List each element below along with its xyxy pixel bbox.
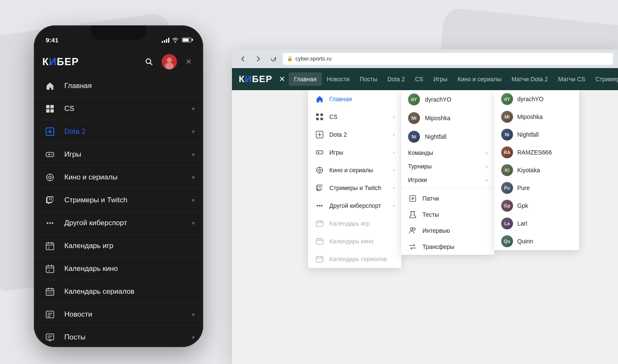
player-panel-avatar-pure: Pu xyxy=(501,182,513,194)
svg-rect-26 xyxy=(320,118,323,120)
dropdown-item-twitch[interactable]: Стримеры и Twitch › xyxy=(308,179,401,197)
player-panel-name-pure: Pure xyxy=(517,185,530,191)
browser-back-button[interactable] xyxy=(237,53,249,65)
dota2-players-link[interactable]: Игроки › xyxy=(401,173,494,187)
dota2-tournaments-link[interactable]: Турниры › xyxy=(401,160,494,173)
player-panel-item-miposhka[interactable]: Mi Miposhka xyxy=(494,108,579,126)
player-panel-avatar-quinn: Qu xyxy=(501,235,513,247)
games-arrow-icon: › xyxy=(393,149,395,155)
player-panel-avatar-nightfall: Ni xyxy=(501,129,513,141)
home-icon xyxy=(315,94,324,104)
player-panel-item-kiyotaka[interactable]: Ki Kiyotaka xyxy=(494,161,579,179)
browser-nav-home[interactable]: Главная xyxy=(289,72,321,86)
dropdown-item-series-cal[interactable]: Календарь сериалов xyxy=(308,250,401,268)
player-panel-name-miposhka: Miposhka xyxy=(517,113,543,120)
dota2-teams-link[interactable]: Команды › xyxy=(401,146,494,160)
browser-nav-news[interactable]: Новости xyxy=(322,72,355,86)
browser-mockup: 🔒 cyber.sports.ru КИБЕР ✕ Главная Новост… xyxy=(232,50,618,364)
player-panel-item-quinn[interactable]: Qu Quinn xyxy=(494,232,579,250)
test-icon xyxy=(408,210,417,219)
dropdown-label-games: Игры xyxy=(329,149,388,156)
browser-nav-posts[interactable]: Посты xyxy=(355,72,382,86)
games-icon xyxy=(315,148,324,157)
svg-rect-23 xyxy=(316,113,319,116)
phone-mockup: 9:41 xyxy=(34,25,203,347)
player-avatar-miposhka: Mi xyxy=(408,112,420,124)
browser-nav-movies[interactable]: Кино и сериалы xyxy=(452,72,507,86)
player-panel-avatar-miposhka: Mi xyxy=(501,111,513,123)
svg-point-33 xyxy=(317,205,318,207)
movie-cal-icon xyxy=(315,237,324,246)
dota2-patches-item[interactable]: Патчи xyxy=(401,190,494,207)
dota2-arrow-icon: › xyxy=(393,132,395,138)
browser-nav-items: Главная Новости Посты Dota 2 CS Игры Кин… xyxy=(289,72,618,86)
player-panel-item-gpk[interactable]: Gp Gpk xyxy=(494,197,579,215)
browser-refresh-button[interactable] xyxy=(268,53,279,65)
svg-rect-38 xyxy=(316,256,323,262)
lock-icon: 🔒 xyxy=(287,56,293,61)
phone-status-icons xyxy=(162,37,191,43)
player-panel-name-kiyotaka: Kiyotaka xyxy=(517,167,540,174)
cs-arrow-icon: › xyxy=(393,114,395,120)
svg-rect-37 xyxy=(316,239,323,244)
dropdown-item-movies[interactable]: Кино и сериалы › xyxy=(308,161,401,179)
browser-nav-dota2-matches[interactable]: Матчи Dota 2 xyxy=(507,72,553,86)
browser-nav-cs[interactable]: CS xyxy=(410,72,428,86)
browser-nav-cs-matches[interactable]: Матчи CS xyxy=(553,72,590,86)
dota2-interview-item[interactable]: Интервью xyxy=(401,223,494,239)
player-panel-item-dyrachyo[interactable]: dY dyrachYO xyxy=(494,90,579,108)
player-panel-item-larl[interactable]: La Larl xyxy=(494,215,579,232)
svg-point-29 xyxy=(320,152,321,152)
player-panel-avatar-larl: La xyxy=(501,218,513,229)
player-name-miposhka: Miposhka xyxy=(425,115,450,121)
twitch-arrow-icon: › xyxy=(393,185,395,191)
other-arrow-icon: › xyxy=(393,203,395,209)
interview-icon xyxy=(408,226,417,235)
battery-icon xyxy=(182,38,191,42)
svg-point-35 xyxy=(321,205,323,207)
player-panel-item-nightfall[interactable]: Ni Nightfall xyxy=(494,126,579,143)
dota2-tests-item[interactable]: Тесты xyxy=(401,207,494,223)
dota2-submenu: dY dyrachYO Mi Miposhka Ni Nightfall Ком… xyxy=(401,90,494,255)
player-panel-item-pure[interactable]: Pu Pure xyxy=(494,179,579,197)
browser-address-bar[interactable]: 🔒 cyber.sports.ru xyxy=(283,53,613,65)
dropdown-item-dota2[interactable]: Dota 2 › xyxy=(308,126,401,143)
dropdown-item-games[interactable]: Игры › xyxy=(308,143,401,161)
dropdown-item-cs[interactable]: CS › xyxy=(308,108,401,126)
player-name-dyrachyo: dyrachYO xyxy=(425,96,451,103)
browser-nav-games[interactable]: Игры xyxy=(428,72,452,86)
dropdown-item-home[interactable]: Главная xyxy=(308,90,401,108)
dota2-player-nightfall[interactable]: Ni Nightfall xyxy=(401,127,494,146)
dropdown-item-game-cal[interactable]: Календарь игр xyxy=(308,215,401,232)
dota-icon xyxy=(315,130,324,139)
browser-content: Главная CS › xyxy=(232,90,618,364)
dropdown-label-movies: Кино и сериалы xyxy=(329,167,388,174)
player-panel-name-nightfall: Nightfall xyxy=(517,131,539,138)
player-avatar-dyrachyo: dY xyxy=(408,94,420,105)
browser-nav-dota2[interactable]: Dota 2 xyxy=(382,72,410,86)
dropdown-item-movie-cal[interactable]: Календарь кино xyxy=(308,232,401,250)
svg-rect-28 xyxy=(316,151,323,154)
dota2-player-dyrachyo[interactable]: dY dyrachYO xyxy=(401,90,494,109)
browser-forward-button[interactable] xyxy=(252,53,264,65)
movies-arrow-icon: › xyxy=(393,167,395,173)
players-label: Игроки xyxy=(408,176,427,183)
player-panel-item-ramzes[interactable]: RA RAMZES666 xyxy=(494,143,579,161)
browser-menu-toggle-button[interactable]: ✕ xyxy=(279,72,285,86)
players-arrow-icon: › xyxy=(486,176,488,183)
browser-nav-streamers[interactable]: Стримеры и Твич xyxy=(590,72,618,86)
browser-chrome: 🔒 cyber.sports.ru xyxy=(232,50,618,68)
game-cal-icon xyxy=(315,219,324,228)
transfers-label: Трансферы xyxy=(422,243,454,250)
player-avatar-nightfall: Ni xyxy=(408,131,420,143)
tournaments-arrow-icon: › xyxy=(486,163,488,170)
dropdown-item-other[interactable]: Другой киберспорт › xyxy=(308,197,401,215)
other-icon xyxy=(315,201,324,210)
patch-icon xyxy=(408,194,417,203)
player-panel-name-quinn: Quinn xyxy=(517,238,533,245)
interview-label: Интервью xyxy=(422,227,450,234)
dota2-transfers-item[interactable]: Трансферы xyxy=(401,239,494,255)
player-panel-name-ramzes: RAMZES666 xyxy=(517,149,552,156)
dropdown-label-other: Другой киберспорт xyxy=(329,202,388,209)
dota2-player-miposhka[interactable]: Mi Miposhka xyxy=(401,109,494,127)
